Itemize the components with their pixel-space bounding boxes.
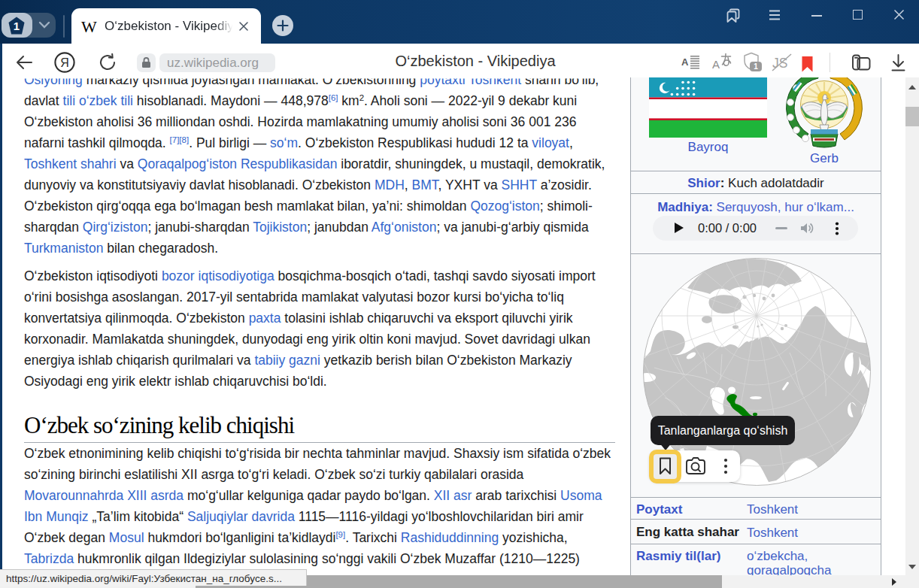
svg-text:1: 1 xyxy=(14,20,20,32)
svg-text:A: A xyxy=(681,56,689,68)
svg-text:Я: Я xyxy=(60,56,69,69)
svg-text:A: A xyxy=(712,58,720,71)
svg-text:1: 1 xyxy=(754,62,758,71)
